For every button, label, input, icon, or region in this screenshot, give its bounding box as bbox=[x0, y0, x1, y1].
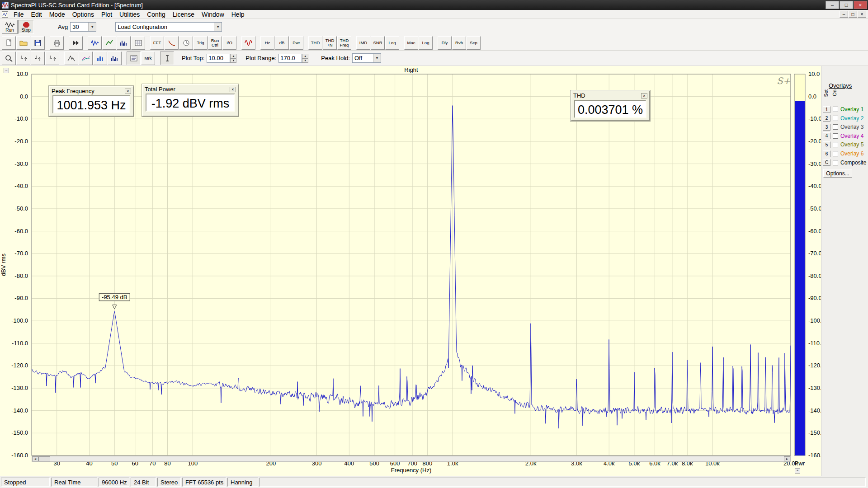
mdi-close-button[interactable]: × bbox=[858, 11, 866, 18]
toolbar-button-logging[interactable]: Log bbox=[419, 36, 433, 50]
overlay-set-button-4[interactable]: 4 bbox=[823, 132, 830, 139]
avg-combo[interactable]: 30 ▼ bbox=[70, 22, 96, 32]
overlay-on-checkbox-C[interactable] bbox=[833, 160, 838, 165]
peak-hold-combo[interactable]: Off ▼ bbox=[352, 53, 381, 63]
close-icon[interactable]: × bbox=[641, 93, 647, 99]
menu-edit[interactable]: Edit bbox=[28, 10, 46, 19]
menu-file[interactable]: File bbox=[10, 10, 28, 19]
peak-frequency-panel[interactable]: Peak Frequency × 1001.953 Hz bbox=[49, 86, 134, 117]
toolbar-button-time-series[interactable] bbox=[88, 36, 102, 50]
toolbar-button-peak-display[interactable] bbox=[64, 52, 78, 65]
overlays-options-button[interactable]: Options... bbox=[823, 169, 852, 178]
toolbar-button-spectrum[interactable] bbox=[117, 36, 131, 50]
toolbar-button-marker[interactable]: Mrk bbox=[141, 52, 155, 65]
toolbar-button-bar-display[interactable] bbox=[93, 52, 107, 65]
horizontal-scrollbar[interactable]: ◄ ► bbox=[32, 456, 791, 462]
overlay-on-checkbox-6[interactable] bbox=[833, 151, 838, 156]
expand-box-icon[interactable]: + bbox=[795, 468, 800, 474]
close-icon[interactable]: × bbox=[125, 89, 131, 94]
toolbar-button-octave-display[interactable] bbox=[108, 52, 122, 65]
toolbar-button-zoom-out-x[interactable] bbox=[31, 52, 45, 65]
toolbar-button-run-control[interactable]: Run Ctrl bbox=[208, 36, 222, 50]
toolbar-button-data-list[interactable] bbox=[127, 52, 141, 65]
toolbar-button-reverb[interactable]: Rvb bbox=[452, 36, 466, 50]
menu-license[interactable]: License bbox=[169, 10, 198, 19]
minimize-button[interactable]: – bbox=[826, 1, 839, 9]
scroll-right-icon[interactable]: ► bbox=[784, 456, 790, 461]
toolbar-button-macro[interactable]: Mac bbox=[404, 36, 418, 50]
toolbar-button-thd[interactable]: THD bbox=[308, 36, 322, 50]
toolbar-button-curve-display[interactable] bbox=[79, 52, 93, 65]
toolbar-button-thd-n[interactable]: THD +N bbox=[323, 36, 337, 50]
toolbar-button-save[interactable] bbox=[31, 36, 45, 50]
toolbar-button-units-pwr[interactable]: Pwr bbox=[289, 36, 303, 50]
scrollbar-track[interactable] bbox=[50, 456, 784, 461]
toolbar-button-zoom[interactable] bbox=[2, 52, 16, 65]
toolbar-button-cursor[interactable] bbox=[160, 52, 174, 65]
toolbar-button-io-device[interactable]: I/O bbox=[222, 36, 236, 50]
chevron-down-icon[interactable]: ▼ bbox=[88, 23, 96, 31]
toolbar-button-imd[interactable]: IMD bbox=[356, 36, 370, 50]
menu-config[interactable]: Config bbox=[143, 10, 169, 19]
overlay-on-checkbox-3[interactable] bbox=[833, 124, 838, 130]
menu-window[interactable]: Window bbox=[198, 10, 228, 19]
toolbar-button-timer[interactable] bbox=[179, 36, 193, 50]
close-button[interactable]: × bbox=[854, 1, 867, 9]
toolbar-button-print[interactable] bbox=[50, 36, 64, 50]
toolbar-button-scope[interactable]: Scp bbox=[467, 36, 481, 50]
toolbar-button-signal-generator[interactable] bbox=[241, 36, 255, 50]
overlay-set-button-5[interactable]: 5 bbox=[823, 141, 830, 148]
maximize-button[interactable]: □ bbox=[840, 1, 853, 9]
toolbar-button-fft-settings[interactable]: FFT bbox=[150, 36, 164, 50]
collapse-box-icon[interactable]: – bbox=[4, 68, 9, 73]
plot-range-label: Plot Range: bbox=[245, 55, 276, 61]
toolbar-button-open[interactable] bbox=[16, 36, 30, 50]
toolbar-button-thd-freq[interactable]: THD Freq bbox=[337, 36, 351, 50]
plot-top-spinner[interactable]: ▲▼ bbox=[230, 54, 236, 63]
toolbar-button-snr[interactable]: SNR bbox=[371, 36, 385, 50]
svg-text:-40.0: -40.0 bbox=[14, 183, 28, 189]
menu-plot[interactable]: Plot bbox=[98, 10, 116, 19]
toolbar-button-units-hz[interactable]: Hz bbox=[260, 36, 274, 50]
toolbar-button-pan-x[interactable] bbox=[45, 52, 59, 65]
toolbar-button-leq[interactable]: Leq bbox=[385, 36, 399, 50]
toolbar-button-zoom-in-x[interactable] bbox=[16, 52, 30, 65]
menu-utilities[interactable]: Utilities bbox=[116, 10, 143, 19]
toolbar-button-spectrogram[interactable] bbox=[131, 36, 145, 50]
total-power-panel[interactable]: Total Power × -1.92 dBV rms bbox=[142, 84, 239, 117]
menu-help[interactable]: Help bbox=[228, 10, 248, 19]
scroll-left-icon[interactable]: ◄ bbox=[32, 456, 38, 461]
mdi-restore-button[interactable]: □ bbox=[849, 11, 857, 18]
run-button[interactable]: Run bbox=[2, 20, 18, 34]
overlay-on-checkbox-1[interactable] bbox=[833, 107, 838, 112]
overlay-set-button-6[interactable]: 6 bbox=[823, 150, 830, 157]
plot-range-spinner[interactable]: ▲▼ bbox=[302, 54, 308, 63]
stop-button[interactable]: Stop bbox=[18, 20, 34, 34]
overlay-on-checkbox-5[interactable] bbox=[833, 142, 838, 147]
toolbar-button-new[interactable] bbox=[2, 36, 16, 50]
plot-top-input[interactable] bbox=[207, 54, 230, 63]
overlay-set-button-C[interactable]: C bbox=[823, 159, 830, 166]
overlay-set-button-3[interactable]: 3 bbox=[823, 124, 830, 131]
mdi-minimize-button[interactable]: – bbox=[840, 11, 848, 18]
close-icon[interactable]: × bbox=[230, 87, 236, 92]
thd-panel[interactable]: THD × 0.003701 % bbox=[571, 90, 650, 121]
overlay-set-button-2[interactable]: 2 bbox=[823, 115, 830, 122]
menu-options[interactable]: Options bbox=[69, 10, 98, 19]
toolbar-button-delay[interactable]: Dly bbox=[438, 36, 452, 50]
overlay-set-button-1[interactable]: 1 bbox=[823, 106, 830, 113]
toolbar-button-fast-forward[interactable] bbox=[69, 36, 83, 50]
menu-mode[interactable]: Mode bbox=[46, 10, 69, 19]
toolbar-button-phase[interactable] bbox=[102, 36, 116, 50]
slope-icon bbox=[105, 39, 114, 47]
load-configuration-combo[interactable]: Load Configuration ▼ bbox=[115, 22, 222, 32]
scrollbar-thumb[interactable] bbox=[38, 456, 50, 461]
overlay-on-checkbox-2[interactable] bbox=[833, 116, 838, 121]
plot-range-input[interactable] bbox=[278, 54, 302, 63]
overlay-on-checkbox-4[interactable] bbox=[833, 133, 838, 139]
chevron-down-icon[interactable]: ▼ bbox=[373, 54, 381, 62]
toolbar-button-units-db[interactable]: dB bbox=[275, 36, 289, 50]
toolbar-button-decay[interactable] bbox=[165, 36, 179, 50]
chevron-down-icon[interactable]: ▼ bbox=[214, 23, 222, 31]
toolbar-button-trigger[interactable]: Trig bbox=[193, 36, 208, 50]
